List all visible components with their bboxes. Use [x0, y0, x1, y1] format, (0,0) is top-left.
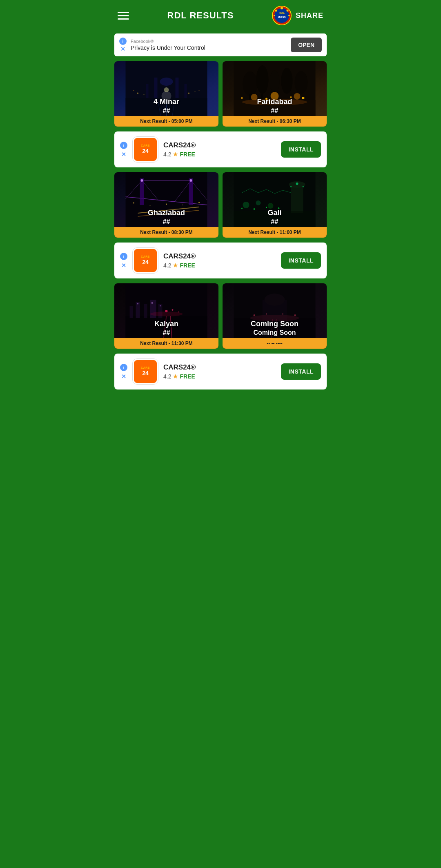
ad-info: Facebook® Privacy is Under Your Control	[131, 39, 287, 51]
cars-ad-2-info: CARS24® 4.2 ★ FREE	[163, 252, 276, 269]
cards-grid-row2: Ghaziabad ## Next Result - 08:30 PM	[110, 170, 331, 240]
svg-point-100	[282, 314, 283, 315]
svg-point-85	[151, 302, 153, 304]
cars-logo-top-text-2: CARS	[141, 255, 150, 258]
ad-open-button[interactable]: OPEN	[291, 38, 322, 52]
cars-ad-2-info-icon[interactable]: i	[120, 253, 127, 260]
svg-point-4	[281, 7, 283, 9]
cars-ad-3-rating: 4.2 ★ FREE	[163, 373, 276, 380]
svg-point-12	[164, 87, 169, 92]
app-header: RDL RESULTS RDL Boss SHARE	[110, 0, 331, 31]
card-coming-result: -- -- ----	[223, 338, 327, 349]
menu-button[interactable]	[118, 12, 129, 20]
cars-logo-num-text-3: 24	[142, 370, 149, 377]
cars-ad-3-logo: CARS 24	[132, 358, 158, 385]
card-coming-soon[interactable]: Coming Soon Coming Soon -- -- ----	[223, 283, 327, 349]
card-ghaziabad[interactable]: Ghaziabad ## Next Result - 08:30 PM	[114, 172, 218, 238]
cars-ad-1-star: ★	[173, 151, 178, 158]
svg-point-68	[303, 186, 304, 187]
cars24-logo-inner-3: CARS 24	[134, 360, 157, 383]
svg-point-62	[198, 202, 200, 203]
cars24-ad-3: i ✕ CARS 24 CARS24® 4.2 ★ FREE INSTALL	[114, 354, 327, 389]
cars-ad-2-close[interactable]: ✕	[121, 262, 126, 269]
svg-point-21	[137, 93, 138, 94]
svg-point-24	[195, 91, 196, 92]
cars-ad-1-free: FREE	[180, 151, 195, 158]
cars-ad-3-star: ★	[173, 373, 178, 380]
svg-text:Boss: Boss	[278, 15, 286, 19]
card-coming-bg: Coming Soon Coming Soon -- -- ----	[223, 283, 327, 349]
card-gali[interactable]: Gali ## Next Result - 11:00 PM	[223, 172, 327, 238]
card-kalyan-info: Kalyan ##	[114, 316, 218, 338]
card-4minar[interactable]: 4 Minar ## Next Result - 05:00 PM	[114, 61, 218, 127]
svg-point-66	[296, 183, 298, 185]
card-4minar-result: Next Result - 05:00 PM	[114, 116, 218, 127]
card-kalyan-result: Next Result - 11:30 PM	[114, 338, 218, 349]
svg-point-58	[133, 203, 134, 204]
card-faridabad-info: Faridabad ##	[223, 94, 327, 116]
card-ghaziabad-number: ##	[116, 218, 217, 225]
card-4minar-number: ##	[116, 107, 217, 114]
cars-ad-2-rating-value: 4.2	[163, 262, 171, 269]
cars-logo-top-text: CARS	[141, 144, 150, 147]
svg-point-54	[141, 179, 143, 182]
share-button[interactable]: SHARE	[296, 11, 323, 20]
cars-ad-2-name: CARS24®	[163, 252, 276, 260]
svg-point-98	[254, 314, 255, 316]
svg-point-70	[256, 200, 261, 205]
card-kalyan[interactable]: Kalyan ## Next Result - 11:30 PM	[114, 283, 218, 349]
cars-ad-3-info: CARS24® 4.2 ★ FREE	[163, 363, 276, 380]
card-kalyan-bg: Kalyan ## Next Result - 11:30 PM	[114, 283, 218, 349]
svg-point-60	[166, 204, 167, 205]
cars-ad-3-controls: i ✕	[120, 364, 127, 380]
svg-point-17	[160, 78, 173, 86]
cars-ad-3-install-button[interactable]: INSTALL	[281, 363, 321, 380]
svg-point-7	[288, 15, 290, 16]
card-ghaziabad-city: Ghaziabad	[116, 209, 217, 217]
cars-ad-1-controls: i ✕	[120, 142, 127, 158]
card-faridabad[interactable]: Faridabad ## Next Result - 06:30 PM	[223, 61, 327, 127]
svg-rect-53	[189, 178, 193, 205]
svg-point-28	[243, 71, 258, 96]
card-coming-info: Coming Soon Coming Soon	[223, 316, 327, 338]
cars-ad-2-install-button[interactable]: INSTALL	[281, 252, 321, 269]
card-4minar-city: 4 Minar	[116, 98, 217, 106]
cars24-ad-2: i ✕ CARS 24 CARS24® 4.2 ★ FREE INSTALL	[114, 243, 327, 278]
cars-ad-2-logo: CARS 24	[132, 247, 158, 274]
svg-point-55	[190, 179, 192, 182]
ad-close-button[interactable]: ✕	[120, 46, 125, 52]
svg-point-31	[281, 68, 293, 94]
ad-info-icon[interactable]: i	[119, 38, 127, 45]
svg-text:RDL: RDL	[279, 11, 285, 14]
card-kalyan-number: ##	[116, 329, 217, 336]
svg-point-25	[134, 90, 134, 91]
svg-point-29	[256, 65, 269, 94]
app-logo: RDL Boss	[272, 6, 292, 25]
cars24-logo-inner-2: CARS 24	[134, 249, 157, 272]
card-coming-number: Coming Soon	[224, 329, 325, 336]
card-faridabad-result: Next Result - 06:30 PM	[223, 116, 327, 127]
ad-source: Facebook®	[131, 39, 287, 44]
cars-ad-3-close[interactable]: ✕	[121, 373, 126, 380]
svg-point-90	[172, 309, 174, 311]
svg-rect-81	[144, 304, 147, 318]
cars-ad-1-install-button[interactable]: INSTALL	[281, 141, 321, 158]
svg-point-23	[188, 93, 189, 94]
card-faridabad-overlay: Faridabad ## Next Result - 06:30 PM	[223, 94, 327, 127]
cars-ad-1-info-icon[interactable]: i	[120, 142, 127, 149]
card-faridabad-bg: Faridabad ## Next Result - 06:30 PM	[223, 61, 327, 127]
card-kalyan-overlay: Kalyan ## Next Result - 11:30 PM	[114, 316, 218, 349]
svg-point-96	[265, 294, 285, 306]
cars-ad-3-info-icon[interactable]: i	[120, 364, 127, 371]
cars-logo-num-text-2: 24	[142, 259, 149, 266]
card-ghaziabad-result: Next Result - 08:30 PM	[114, 227, 218, 238]
svg-point-86	[160, 305, 161, 307]
svg-point-30	[270, 70, 280, 93]
svg-point-84	[137, 303, 138, 305]
cars24-ad-1: i ✕ CARS 24 CARS24® 4.2 ★ FREE INSTALL	[114, 131, 327, 167]
cars-ad-2-free: FREE	[180, 262, 195, 269]
card-ghaziabad-info: Ghaziabad ##	[114, 205, 218, 227]
svg-point-92	[150, 312, 183, 316]
cars-ad-1-close[interactable]: ✕	[121, 151, 126, 158]
cars-ad-3-rating-value: 4.2	[163, 373, 171, 380]
